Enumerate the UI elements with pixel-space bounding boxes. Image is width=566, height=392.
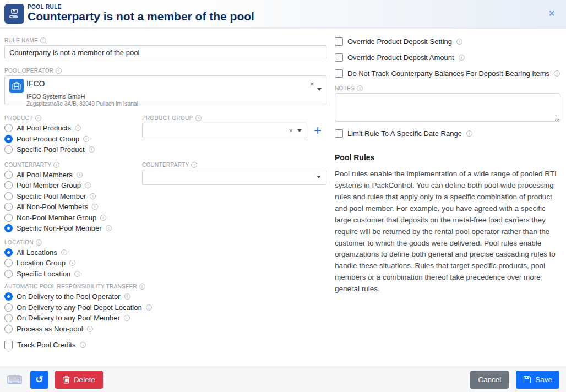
chevron-down-icon[interactable]: [317, 88, 322, 91]
radio-button[interactable]: [4, 124, 13, 132]
radio-option[interactable]: Location Group: [4, 258, 326, 269]
close-icon[interactable]: ×: [545, 6, 558, 21]
transfer-field: AUTOMATIC POOL RESPONSIBILITY TRANSFER O…: [4, 284, 326, 334]
info-icon: [456, 39, 462, 45]
radio-button[interactable]: [4, 145, 13, 154]
trash-icon: [63, 375, 70, 384]
radio-button[interactable]: [4, 203, 13, 211]
counterparty-options: All Pool Members Pool Member Group Spe: [4, 170, 142, 234]
checkbox-option[interactable]: Do Not Track Counterparty Balances For D…: [335, 69, 560, 78]
limit-date-range-checkbox[interactable]: Limit Rule To A Specific Date Range: [335, 129, 560, 138]
radio-option[interactable]: On Delivery to any Pool Member: [4, 313, 326, 324]
checkbox[interactable]: [335, 129, 343, 138]
radio-option[interactable]: All Non-Pool Members: [4, 202, 142, 213]
info-icon: [124, 315, 130, 321]
info-icon: [75, 125, 81, 131]
radio-button[interactable]: [4, 248, 13, 257]
info-icon: [139, 284, 145, 290]
save-button[interactable]: Save: [516, 371, 559, 389]
chevron-down-icon[interactable]: [297, 129, 302, 132]
pool-operator-field: POOL OPERATOR IFCO IFCO Systems G: [4, 68, 326, 105]
radio-option[interactable]: Process as Non-pool: [4, 324, 326, 335]
checkbox-option[interactable]: Override Product Deposit Amount: [335, 53, 560, 62]
radio-button[interactable]: [4, 325, 13, 333]
radio-option[interactable]: Pool Member Group: [4, 180, 142, 191]
radio-button[interactable]: [4, 292, 13, 301]
radio-button[interactable]: [4, 192, 13, 200]
info-icon: [61, 249, 67, 255]
radio-option[interactable]: All Pool Products: [4, 123, 142, 134]
info-icon: [92, 204, 98, 210]
radio-option[interactable]: On Delivery to the Pool Operator: [4, 291, 326, 302]
info-icon: [80, 342, 86, 348]
info-icon: [459, 55, 465, 61]
product-row: PRODUCT All Pool Products Po: [4, 115, 326, 155]
radio-button[interactable]: [4, 135, 13, 143]
info-icon: [106, 225, 112, 231]
notes-textarea[interactable]: [335, 93, 560, 122]
product-label: PRODUCT: [4, 115, 142, 121]
info-icon: [554, 70, 560, 77]
radio-option[interactable]: Pool Product Group: [4, 134, 142, 145]
radio-option[interactable]: All Locations: [4, 247, 326, 258]
radio-button[interactable]: [4, 270, 13, 278]
info-icon: [466, 130, 472, 137]
radio-button[interactable]: [4, 224, 13, 232]
info-icon: [85, 182, 91, 188]
checkbox[interactable]: [335, 69, 343, 78]
radio-option[interactable]: All Pool Members: [4, 170, 142, 181]
radio-button[interactable]: [4, 171, 13, 179]
info-icon: [357, 85, 363, 91]
radio-option[interactable]: Specific Pool Member: [4, 191, 142, 202]
product-field: PRODUCT All Pool Products Po: [4, 115, 142, 155]
counterparty-select[interactable]: [142, 170, 326, 185]
history-button[interactable]: ↺: [30, 371, 48, 389]
radio-button[interactable]: [4, 181, 13, 189]
clear-icon[interactable]: ×: [309, 80, 314, 88]
checkbox[interactable]: [335, 37, 343, 46]
clear-icon[interactable]: ×: [289, 127, 293, 134]
info-icon: [36, 239, 42, 246]
info-icon: [74, 271, 80, 277]
cancel-button[interactable]: Cancel: [470, 371, 509, 389]
radio-option[interactable]: Specific Location: [4, 269, 326, 280]
info-icon: [195, 115, 202, 121]
info-panel-body: Pool rules enable the implementation of …: [335, 168, 560, 295]
info-icon: [77, 172, 83, 178]
radio-option[interactable]: On Delivery to any Pool Depot Location: [4, 302, 326, 313]
checkbox-option[interactable]: Override Product Deposit Setting: [335, 37, 560, 46]
rule-name-input[interactable]: [4, 45, 326, 59]
info-icon: [124, 293, 130, 300]
info-icon: [83, 136, 89, 142]
info-icon: [89, 146, 95, 153]
pool-rule-icon: [4, 4, 24, 24]
pool-operator-address: Zugspitzstraße 3A/B, 82049 Pullach im Is…: [26, 100, 311, 107]
section-kicker: POOL RULE: [28, 4, 545, 10]
notes-field: NOTES: [335, 85, 560, 122]
track-pool-credits-checkbox[interactable]: Track Pool Credits: [4, 341, 326, 349]
radio-button[interactable]: [4, 314, 13, 322]
product-group-label: PRODUCT GROUP: [142, 115, 326, 121]
checkbox[interactable]: [335, 53, 343, 62]
product-options: All Pool Products Pool Product Group S: [4, 123, 142, 155]
info-panel-title: Pool Rules: [335, 153, 560, 162]
pool-operator-select[interactable]: IFCO IFCO Systems GmbH Zugspitzstraße 3A…: [4, 75, 326, 105]
keyboard-icon[interactable]: ⌨: [7, 373, 23, 386]
radio-option[interactable]: Specific Pool Product: [4, 144, 142, 155]
product-group-select[interactable]: ×: [142, 123, 307, 138]
delete-button[interactable]: Delete: [55, 371, 103, 389]
transfer-label: AUTOMATIC POOL RESPONSIBILITY TRANSFER: [4, 284, 326, 290]
chevron-down-icon[interactable]: [317, 176, 321, 178]
pool-operator-name: IFCO: [26, 79, 45, 89]
counterparty-label: COUNTERPARTY: [4, 162, 142, 168]
checkbox[interactable]: [4, 341, 13, 349]
radio-button[interactable]: [4, 214, 13, 222]
radio-button[interactable]: [4, 303, 13, 312]
location-options: All Locations Location Group Specific Lo…: [4, 247, 326, 280]
info-icon: [35, 115, 41, 121]
info-icon: [56, 68, 62, 74]
radio-button[interactable]: [4, 259, 13, 267]
radio-option[interactable]: Specific Non-Pool Member: [4, 223, 142, 234]
radio-option[interactable]: Non-Pool Member Group: [4, 213, 142, 224]
add-product-group-button[interactable]: +: [314, 124, 322, 137]
